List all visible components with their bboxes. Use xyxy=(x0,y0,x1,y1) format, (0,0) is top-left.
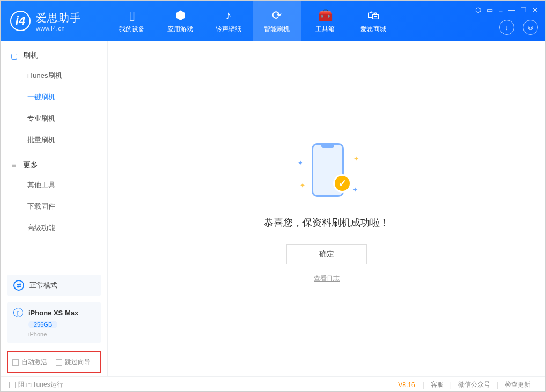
checkbox-block-itunes[interactable]: 阻止iTunes运行 xyxy=(9,380,63,389)
feedback-icon[interactable]: ▭ xyxy=(486,6,493,14)
maximize-icon[interactable]: ☐ xyxy=(520,6,527,14)
logo-icon: i4 xyxy=(10,11,31,31)
checkbox-auto-activate[interactable]: 自动激活 xyxy=(12,358,47,367)
sidebar-item-batch-flash[interactable]: 批量刷机 xyxy=(1,129,107,151)
tab-store[interactable]: 🛍爱思商城 xyxy=(349,1,397,41)
options-highlight-box: 自动激活 跳过向导 xyxy=(7,351,101,373)
tab-label: 我的设备 xyxy=(119,25,145,34)
section-title: 更多 xyxy=(23,160,38,170)
tab-apps-games[interactable]: ⬢应用游戏 xyxy=(156,1,204,41)
version-label: V8.16 xyxy=(398,381,415,389)
footer-link-update[interactable]: 检查更新 xyxy=(498,380,537,389)
download-button[interactable]: ↓ xyxy=(499,20,514,35)
device-icon: ▯ xyxy=(129,9,135,23)
sidebar: ▢ 刷机 iTunes刷机 一键刷机 专业刷机 批量刷机 ≡ 更多 其他工具 下… xyxy=(1,41,108,376)
checkbox-label: 自动激活 xyxy=(21,358,47,367)
close-icon[interactable]: ✕ xyxy=(532,6,538,14)
sidebar-section-more: ≡ 更多 xyxy=(1,151,107,174)
window-controls: ⬡ ▭ ≡ — ☐ ✕ xyxy=(475,6,538,14)
device-name: iPhone XS Max xyxy=(28,309,78,317)
tab-label: 工具箱 xyxy=(315,25,335,34)
app-url: www.i4.cn xyxy=(36,25,81,32)
user-button[interactable]: ☺ xyxy=(523,20,538,35)
device-type: iPhone xyxy=(28,331,94,337)
tab-ringtones[interactable]: ♪铃声壁纸 xyxy=(204,1,253,41)
footer-link-support[interactable]: 客服 xyxy=(424,380,450,389)
phone-outline-icon: ▢ xyxy=(10,51,18,60)
tab-label: 爱思商城 xyxy=(360,25,386,34)
ok-button[interactable]: 确定 xyxy=(286,244,367,264)
tab-label: 应用游戏 xyxy=(167,25,193,34)
store-icon: 🛍 xyxy=(367,9,379,23)
device-small-icon: ▯ xyxy=(13,308,23,317)
tab-label: 铃声壁纸 xyxy=(216,25,241,34)
flash-icon: ⟳ xyxy=(272,9,282,23)
app-logo: i4 爱思助手 www.i4.cn xyxy=(1,11,108,32)
device-storage-badge: 256GB xyxy=(28,321,57,328)
footer-link-wechat[interactable]: 微信公众号 xyxy=(452,380,497,389)
shirt-icon[interactable]: ⬡ xyxy=(475,6,481,14)
main-content: ✓ ✦✦ ✦✦ 恭喜您，保资料刷机成功啦！ 确定 查看日志 xyxy=(108,41,545,376)
nav-tabs: ▯我的设备 ⬢应用游戏 ♪铃声壁纸 ⟳智能刷机 🧰工具箱 🛍爱思商城 xyxy=(108,1,397,41)
header-actions: ↓ ☺ xyxy=(499,20,538,35)
sidebar-item-itunes-flash[interactable]: iTunes刷机 xyxy=(1,65,107,86)
tab-my-device[interactable]: ▯我的设备 xyxy=(108,1,156,41)
section-title: 刷机 xyxy=(23,51,38,61)
sidebar-item-other-tools[interactable]: 其他工具 xyxy=(1,174,107,196)
tab-flash[interactable]: ⟳智能刷机 xyxy=(253,1,301,41)
menu-icon[interactable]: ≡ xyxy=(498,6,503,14)
sidebar-section-flash: ▢ 刷机 xyxy=(1,41,107,65)
view-log-link[interactable]: 查看日志 xyxy=(314,274,340,283)
sidebar-item-oneclick-flash[interactable]: 一键刷机 xyxy=(1,86,107,108)
sidebar-item-advanced[interactable]: 高级功能 xyxy=(1,217,107,239)
minimize-icon[interactable]: — xyxy=(508,6,515,14)
checkmark-icon: ✓ xyxy=(333,174,351,193)
sidebar-item-download-firmware[interactable]: 下载固件 xyxy=(1,196,107,217)
app-header: i4 爱思助手 www.i4.cn ▯我的设备 ⬢应用游戏 ♪铃声壁纸 ⟳智能刷… xyxy=(1,1,545,41)
footer: 阻止iTunes运行 V8.16 | 客服 | 微信公众号 | 检查更新 xyxy=(1,376,545,392)
sidebar-item-pro-flash[interactable]: 专业刷机 xyxy=(1,108,107,129)
apps-icon: ⬢ xyxy=(175,9,186,23)
toolbox-icon: 🧰 xyxy=(318,9,333,23)
tab-label: 智能刷机 xyxy=(264,25,290,34)
list-icon: ≡ xyxy=(10,161,18,169)
success-panel: ✓ ✦✦ ✦✦ 恭喜您，保资料刷机成功啦！ 确定 查看日志 xyxy=(108,41,545,283)
checkbox-skip-guide[interactable]: 跳过向导 xyxy=(56,358,91,367)
phone-illustration: ✓ ✦✦ ✦✦ xyxy=(289,143,364,202)
music-icon: ♪ xyxy=(226,9,232,23)
device-box[interactable]: ▯ iPhone XS Max 256GB iPhone xyxy=(7,302,101,343)
mode-box[interactable]: ⇄ 正常模式 xyxy=(7,275,101,296)
checkbox-label: 阻止iTunes运行 xyxy=(18,380,63,389)
mode-label: 正常模式 xyxy=(29,280,57,290)
tab-toolbox[interactable]: 🧰工具箱 xyxy=(301,1,349,41)
mode-icon: ⇄ xyxy=(13,280,24,291)
success-message: 恭喜您，保资料刷机成功啦！ xyxy=(264,216,389,229)
app-name: 爱思助手 xyxy=(36,11,81,25)
checkbox-label: 跳过向导 xyxy=(65,358,91,367)
